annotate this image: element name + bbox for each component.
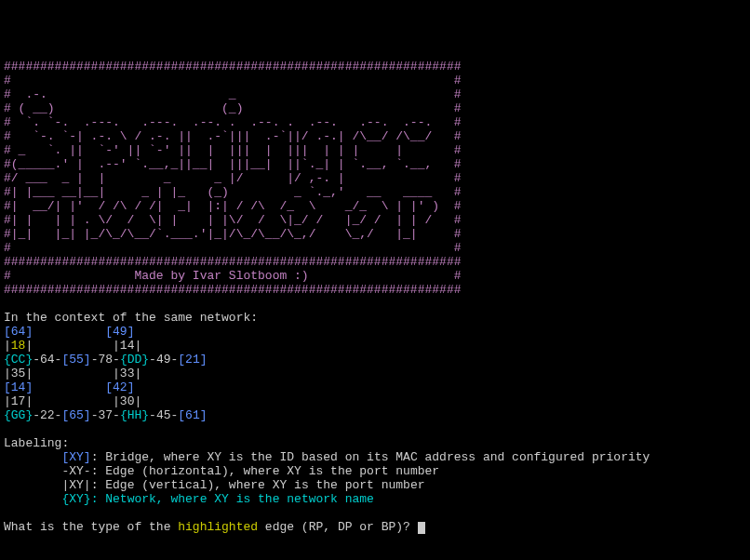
question-prompt[interactable]: What is the type of the highlighted edge… xyxy=(4,520,425,534)
topology-row: |17| |30| xyxy=(4,394,141,408)
labeling-bridge: [XY]: Bridge, where XY is the ID based o… xyxy=(4,450,650,464)
topology-row: |35| |33| xyxy=(4,367,141,380)
context-header: In the context of the same network: xyxy=(4,311,258,325)
topology-row: [14] [42] xyxy=(4,380,134,394)
topology-row: {GG}-22-[65]-37-{HH}-45-[61] xyxy=(4,408,208,422)
labeling-edge-v: |XY|: Edge (vertical), where XY is the p… xyxy=(4,478,425,492)
labeling-header: Labeling: xyxy=(4,436,69,450)
topology-row: {CC}-64-[55]-78-{DD}-49-[21] xyxy=(4,353,208,367)
topology-row: [64] [49] xyxy=(4,325,134,339)
labeling-edge-h: -XY-: Edge (horizontal), where XY is the… xyxy=(4,464,439,478)
ascii-banner: ########################################… xyxy=(4,60,746,297)
highlighted-edge: 18 xyxy=(11,339,26,353)
terminal-output: ########################################… xyxy=(4,60,746,534)
topology-row: |18| |14| xyxy=(4,339,141,353)
cursor-icon xyxy=(418,522,425,534)
labeling-network: {XY}: Network, where XY is the network n… xyxy=(4,492,374,506)
